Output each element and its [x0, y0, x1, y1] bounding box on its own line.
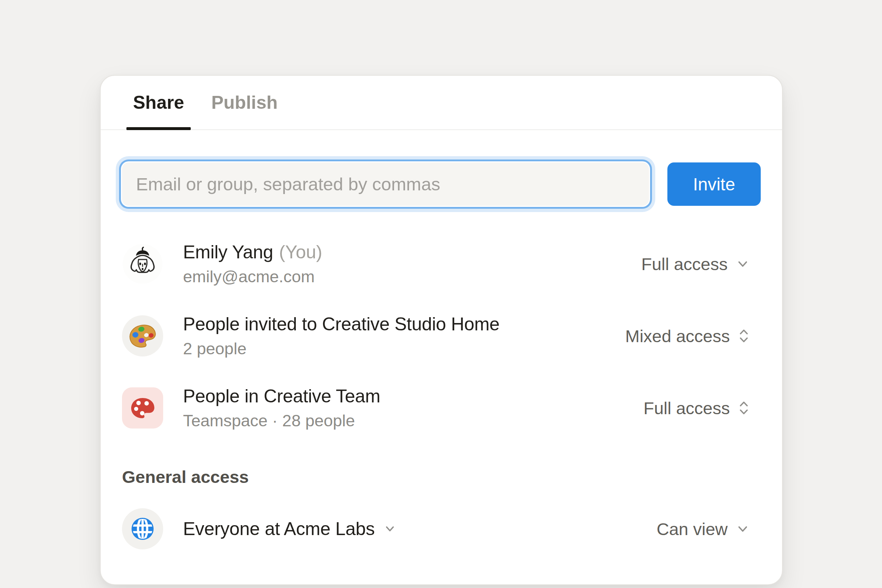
member-row-emily: Emily Yang (You) emily@acme.com Full acc…	[101, 228, 782, 300]
access-dropdown-invited-group[interactable]: Mixed access	[618, 320, 761, 353]
tab-publish[interactable]: Publish	[212, 76, 278, 129]
member-name: Emily Yang	[183, 242, 273, 263]
member-count: Teamspace · 28 people	[183, 411, 380, 430]
invite-email-input[interactable]	[122, 162, 649, 206]
member-list: Emily Yang (You) emily@acme.com Full acc…	[101, 228, 782, 444]
access-dropdown-general[interactable]: Can view	[650, 512, 761, 546]
invite-button[interactable]: Invite	[668, 162, 761, 206]
member-count: 2 people	[183, 339, 500, 358]
member-row-teamspace: People in Creative Team Teamspace · 28 p…	[101, 372, 782, 444]
dialog-tabbar: Share Publish	[101, 76, 782, 130]
palette-emoji-icon	[122, 315, 163, 357]
member-email: emily@acme.com	[183, 267, 322, 286]
member-name: People in Creative Team	[183, 386, 380, 407]
invite-row: Invite	[122, 162, 761, 206]
chevron-up-down-icon	[737, 399, 750, 417]
access-dropdown-emily[interactable]: Full access	[634, 248, 761, 281]
chevron-up-down-icon	[737, 327, 750, 345]
general-access-scope-dropdown[interactable]: Everyone at Acme Labs	[183, 518, 397, 540]
share-dialog: Share Publish Invite	[100, 75, 783, 585]
access-dropdown-teamspace[interactable]: Full access	[637, 392, 761, 425]
member-you-suffix: (You)	[279, 242, 322, 263]
tab-share[interactable]: Share	[133, 76, 184, 129]
person-sketch-avatar-icon	[122, 243, 163, 285]
chevron-down-icon	[735, 256, 750, 272]
general-access-row: Everyone at Acme Labs Can view	[101, 493, 782, 565]
chevron-down-icon	[735, 521, 750, 537]
member-row-invited-group: People invited to Creative Studio Home 2…	[101, 300, 782, 372]
globe-icon	[122, 508, 163, 549]
general-access-heading: General access	[101, 467, 782, 487]
chevron-down-icon	[383, 522, 397, 536]
member-name: People invited to Creative Studio Home	[183, 314, 500, 335]
red-palette-icon	[122, 387, 163, 429]
